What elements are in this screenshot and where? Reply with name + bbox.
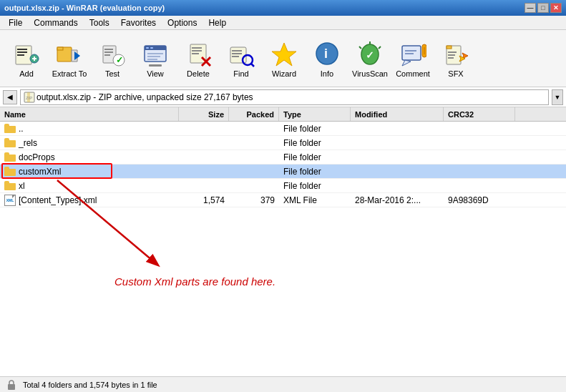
menu-favorites[interactable]: Favorites <box>115 16 162 29</box>
address-bar: ◀ ZIP output.xlsx.zip - ZIP archive, unp… <box>0 87 566 107</box>
svg-rect-2 <box>17 52 27 53</box>
view-label: View <box>147 69 164 78</box>
menu-options[interactable]: Options <box>162 16 203 29</box>
svg-text:ZIP: ZIP <box>26 96 32 100</box>
table-row[interactable]: .. File folder <box>0 122 566 136</box>
svg-rect-52 <box>447 46 452 49</box>
virusscan-icon: ✓ <box>356 39 384 68</box>
svg-rect-32 <box>232 50 242 52</box>
file-name: customXml <box>19 167 61 177</box>
col-crc32[interactable]: CRC32 <box>444 107 515 121</box>
svg-rect-33 <box>232 53 242 54</box>
lock-icon <box>6 379 17 391</box>
svg-marker-46 <box>402 60 411 66</box>
svg-rect-34 <box>232 56 239 57</box>
file-name: docProps <box>19 152 55 162</box>
svg-rect-24 <box>149 64 162 67</box>
view-button[interactable]: View <box>135 34 176 84</box>
col-size[interactable]: Size <box>179 107 229 121</box>
maximize-button[interactable]: □ <box>537 3 549 13</box>
file-list: .. File folder _rels File folder docPr <box>0 122 566 376</box>
wizard-button[interactable]: Wizard <box>263 34 305 84</box>
status-bar: Total 4 folders and 1,574 bytes in 1 fil… <box>0 376 566 392</box>
svg-rect-23 <box>147 59 157 60</box>
svg-rect-55 <box>448 57 454 59</box>
svg-rect-1 <box>17 49 27 50</box>
comment-icon <box>399 39 427 68</box>
svg-line-42 <box>359 46 361 49</box>
svg-rect-47 <box>405 50 416 52</box>
menu-file[interactable]: File <box>3 16 28 29</box>
window-title: output.xlsx.zip - WinRAR (evaluation cop… <box>4 4 165 12</box>
svg-rect-48 <box>405 53 414 54</box>
col-packed[interactable]: Packed <box>229 107 279 121</box>
add-label: Add <box>19 69 34 78</box>
status-text: Total 4 folders and 1,574 bytes in 1 fil… <box>23 381 157 389</box>
svg-rect-20 <box>150 47 153 49</box>
table-row[interactable]: xl File folder <box>0 179 566 193</box>
folder-icon <box>4 138 16 147</box>
close-button[interactable]: ✕ <box>550 3 562 13</box>
svg-rect-28 <box>192 53 199 54</box>
annotation-text: Custom Xml parts are found here. <box>114 275 275 288</box>
info-icon: i <box>313 39 341 68</box>
find-icon <box>227 39 255 68</box>
svg-rect-14 <box>104 54 110 56</box>
svg-rect-12 <box>104 49 113 50</box>
info-button[interactable]: i Info <box>306 34 348 84</box>
folder-icon <box>4 167 16 176</box>
add-button[interactable]: Add <box>6 34 47 84</box>
view-icon <box>141 39 170 68</box>
info-label: Info <box>321 69 333 78</box>
address-text: output.xlsx.zip - ZIP archive, unpacked … <box>36 92 253 102</box>
comment-button[interactable]: Comment <box>392 34 434 84</box>
svg-rect-22 <box>147 56 160 57</box>
menu-commands[interactable]: Commands <box>28 16 83 29</box>
sfx-button[interactable]: SFX <box>435 34 477 84</box>
test-button[interactable]: ✓ Test <box>92 34 133 84</box>
svg-marker-37 <box>272 43 296 66</box>
window-controls: — □ ✕ <box>524 3 562 13</box>
menu-help[interactable]: Help <box>203 16 232 29</box>
virusscan-label: VirusScan <box>352 69 388 78</box>
table-row[interactable]: _rels File folder <box>0 136 566 150</box>
folder-icon <box>4 124 16 133</box>
minimize-button[interactable]: — <box>524 3 536 13</box>
file-list-header: Name Size Packed Type Modified CRC32 <box>0 107 566 122</box>
extract-label: Extract To <box>52 69 87 78</box>
table-row[interactable]: docProps File folder <box>0 150 566 165</box>
extract-button[interactable]: Extract To <box>49 34 90 84</box>
sfx-label: SFX <box>448 69 463 78</box>
delete-label: Delete <box>187 69 210 78</box>
wizard-icon <box>270 39 298 68</box>
col-name[interactable]: Name <box>0 107 179 121</box>
extract-icon <box>55 39 84 68</box>
delete-button[interactable]: Delete <box>177 34 219 84</box>
address-dropdown[interactable]: ▼ <box>552 89 563 105</box>
svg-text:✓: ✓ <box>366 49 374 61</box>
file-name: xl <box>19 181 25 191</box>
svg-text:i: i <box>324 46 328 61</box>
comment-label: Comment <box>396 69 430 78</box>
find-button[interactable]: Find <box>220 34 262 84</box>
nav-back-icon[interactable]: ◀ <box>3 90 17 104</box>
svg-rect-26 <box>192 47 202 49</box>
col-modified[interactable]: Modified <box>351 107 444 121</box>
xml-icon: XML <box>4 195 16 206</box>
menu-tools[interactable]: Tools <box>84 16 115 29</box>
folder-icon <box>4 181 16 190</box>
content-area: Name Size Packed Type Modified CRC32 .. … <box>0 107 566 376</box>
table-row[interactable]: XML [Content_Types].xml 1,574 379 XML Fi… <box>0 193 566 207</box>
folder-icon <box>4 152 16 162</box>
svg-line-36 <box>251 64 254 67</box>
virusscan-button[interactable]: ✓ VirusScan <box>349 34 391 84</box>
test-icon: ✓ <box>98 39 127 68</box>
wizard-label: Wizard <box>272 69 296 78</box>
file-name: .. <box>19 124 24 134</box>
sfx-icon <box>441 39 470 68</box>
svg-rect-63 <box>8 384 15 390</box>
svg-rect-19 <box>146 47 149 49</box>
zip-icon: ZIP <box>24 92 35 103</box>
table-row[interactable]: customXml File folder <box>0 165 566 179</box>
col-type[interactable]: Type <box>279 107 351 121</box>
